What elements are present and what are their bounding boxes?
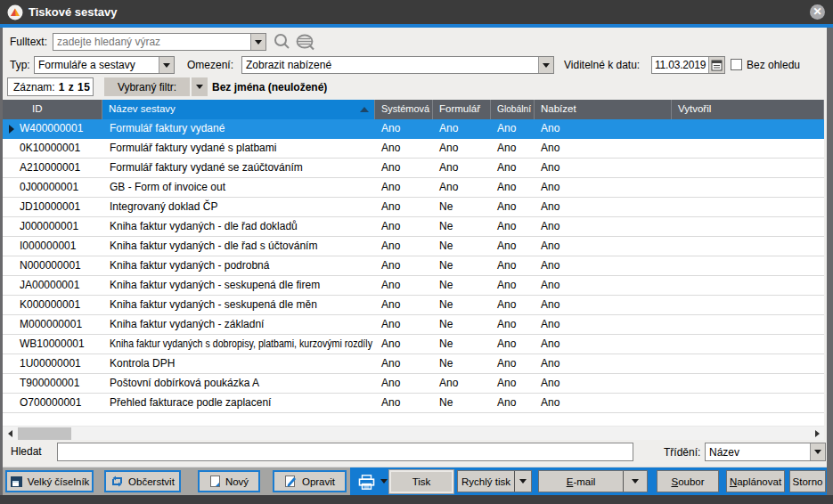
novy-button[interactable]: Nový bbox=[198, 470, 260, 492]
email-dropdown-button[interactable] bbox=[623, 471, 647, 492]
cell-global: Ano bbox=[491, 354, 535, 373]
cell-name: Kniha faktur vydaných - dle řad dokladů bbox=[102, 217, 375, 236]
cell-created bbox=[672, 276, 824, 295]
cell-form: Ano bbox=[433, 374, 491, 393]
table-row[interactable]: J000000001Kniha faktur vydaných - dle řa… bbox=[3, 217, 824, 237]
cell-system: Ano bbox=[375, 119, 433, 138]
opravit-button[interactable]: Opravit bbox=[273, 470, 347, 492]
soubor-button[interactable]: Soubor bbox=[657, 470, 719, 492]
table-row[interactable]: I000000001Kniha faktur vydaných - dle řa… bbox=[3, 237, 824, 256]
bez-ohledu-label: Bez ohledu bbox=[747, 56, 800, 74]
trideni-combobox[interactable]: Název bbox=[705, 443, 826, 461]
email-button[interactable]: E-mail bbox=[538, 470, 648, 492]
table-row[interactable]: 0K10000001Formulář faktury vydané s plat… bbox=[3, 139, 824, 159]
cell-offer: Ano bbox=[535, 159, 672, 177]
tisk-button[interactable]: Tisk bbox=[389, 470, 453, 493]
typ-dropdown-button[interactable] bbox=[159, 57, 174, 73]
cell-id: JD10000001 bbox=[3, 198, 102, 216]
fulltext-dropdown-button[interactable] bbox=[250, 34, 265, 50]
fulltext-input[interactable]: zadejte hledaný výraz bbox=[53, 33, 266, 51]
cell-global: Ano bbox=[491, 217, 535, 236]
filtr-value: Bez jména (neuložené) bbox=[212, 81, 327, 93]
cell-offer: Ano bbox=[535, 394, 672, 412]
printer-dropdown-icon[interactable] bbox=[380, 479, 388, 484]
filtr-dropdown-button[interactable] bbox=[192, 77, 208, 96]
trideni-dropdown-button[interactable] bbox=[810, 443, 825, 460]
cell-offer: Ano bbox=[535, 178, 672, 197]
cell-created bbox=[672, 159, 824, 177]
omezeni-dropdown-button[interactable] bbox=[538, 57, 553, 73]
velky-ciselnik-button[interactable]: Velký číselník bbox=[5, 470, 94, 492]
column-header[interactable]: Vytvořil bbox=[672, 100, 824, 119]
naplanovat-button[interactable]: Naplánovat bbox=[726, 470, 785, 492]
cell-global: Ano bbox=[491, 119, 535, 138]
sort-asc-icon bbox=[360, 107, 369, 112]
column-header[interactable]: Název sestavy bbox=[102, 100, 375, 119]
table-row[interactable]: O700000001Přehled fakturace podle zaplac… bbox=[3, 394, 824, 413]
cell-name: Kniha faktur vydaných - dle řad s účtová… bbox=[102, 237, 375, 256]
table-row[interactable]: N000000001Kniha faktur vydaných - podrob… bbox=[3, 256, 824, 276]
cell-form: Ne bbox=[433, 354, 491, 373]
cell-created bbox=[672, 119, 824, 138]
cell-global: Ano bbox=[491, 374, 535, 393]
table-row[interactable]: JA00000001Kniha faktur vydaných - seskup… bbox=[3, 276, 824, 296]
table-row[interactable]: JD10000001Integrovaný doklad ČPAnoNeAnoA… bbox=[3, 198, 824, 217]
omezeni-label: Omezení: bbox=[187, 56, 233, 74]
window-icon bbox=[10, 476, 23, 488]
table-row[interactable]: A210000001Formulář faktury vydané se zaú… bbox=[3, 159, 824, 178]
cell-created bbox=[672, 237, 824, 256]
rychly-tisk-dropdown-button[interactable] bbox=[514, 471, 531, 492]
column-header[interactable]: Nabízet bbox=[535, 100, 672, 119]
scroll-left-icon[interactable] bbox=[3, 427, 17, 441]
printer-icon[interactable] bbox=[358, 475, 375, 490]
scroll-right-icon[interactable] bbox=[810, 427, 824, 441]
typ-label: Typ: bbox=[10, 56, 30, 74]
table-row[interactable]: WB10000001Kniha faktur vydaných s dobrop… bbox=[3, 335, 824, 354]
bez-ohledu-checkbox[interactable] bbox=[731, 59, 742, 70]
date-field[interactable]: 11.03.2019 bbox=[651, 56, 725, 74]
cell-name: Kontrola DPH bbox=[102, 354, 375, 373]
hledat-input[interactable] bbox=[57, 443, 633, 461]
horizontal-scrollbar[interactable] bbox=[3, 426, 824, 440]
table-row[interactable]: M000000001Kniha faktur vydaných - základ… bbox=[3, 315, 824, 335]
storno-button[interactable]: Storno bbox=[789, 470, 826, 492]
scrollbar-thumb[interactable] bbox=[18, 427, 71, 440]
cell-id: 1U00000001 bbox=[3, 354, 102, 373]
table-row[interactable]: K000000001Kniha faktur vydaných - seskup… bbox=[3, 296, 824, 315]
cell-system: Ano bbox=[375, 315, 433, 334]
column-header[interactable]: Formulář bbox=[433, 100, 491, 119]
omezeni-combobox[interactable]: Zobrazit nabízené bbox=[241, 56, 554, 74]
hledat-label: Hledat bbox=[11, 445, 42, 458]
cell-created bbox=[672, 374, 824, 393]
cell-form: Ne bbox=[433, 335, 491, 354]
search-icon[interactable] bbox=[273, 33, 291, 52]
obcerstvit-button[interactable]: Občerstvit bbox=[104, 470, 181, 492]
column-header[interactable]: ID bbox=[3, 100, 102, 119]
app-logo-icon bbox=[7, 4, 23, 20]
cell-form: Ne bbox=[433, 394, 491, 412]
table-row[interactable]: T900000001Poštovní dobírková poukázka AA… bbox=[3, 374, 824, 394]
cell-name: Kniha faktur vydaných s dobropisy, platb… bbox=[102, 335, 375, 354]
cell-offer: Ano bbox=[535, 198, 672, 216]
cell-offer: Ano bbox=[535, 335, 672, 354]
cell-offer: Ano bbox=[535, 139, 672, 158]
column-header[interactable]: Globální bbox=[491, 100, 535, 119]
reports-table: IDNázev sestavySystémováFormulářGlobální… bbox=[3, 100, 824, 426]
vybrany-filtr-button[interactable]: Vybraný filtr: bbox=[104, 77, 190, 96]
table-row[interactable]: 1U00000001Kontrola DPHAnoNeAnoAno bbox=[3, 354, 824, 374]
record-counter: Záznam:1 z 15 bbox=[7, 77, 94, 96]
cell-offer: Ano bbox=[535, 217, 672, 236]
table-header: IDNázev sestavySystémováFormulářGlobální… bbox=[3, 100, 824, 119]
rychly-tisk-button[interactable]: Rychlý tisk bbox=[457, 470, 532, 492]
table-row[interactable]: W400000001Formulář faktury vydanéAnoAnoA… bbox=[3, 119, 824, 139]
close-icon[interactable]: ✕ bbox=[810, 4, 825, 20]
cell-id: O700000001 bbox=[3, 394, 102, 412]
column-header[interactable]: Systémová bbox=[375, 100, 433, 119]
trideni-label: Třídění: bbox=[664, 443, 700, 461]
typ-combobox[interactable]: Formuláře a sestavy bbox=[34, 56, 175, 74]
search-list-icon[interactable] bbox=[295, 33, 316, 52]
cell-global: Ano bbox=[491, 139, 535, 158]
cell-system: Ano bbox=[375, 237, 433, 256]
table-row[interactable]: 0J00000001GB - Form of invoice outAnoAno… bbox=[3, 178, 824, 198]
calendar-icon[interactable] bbox=[708, 57, 724, 73]
